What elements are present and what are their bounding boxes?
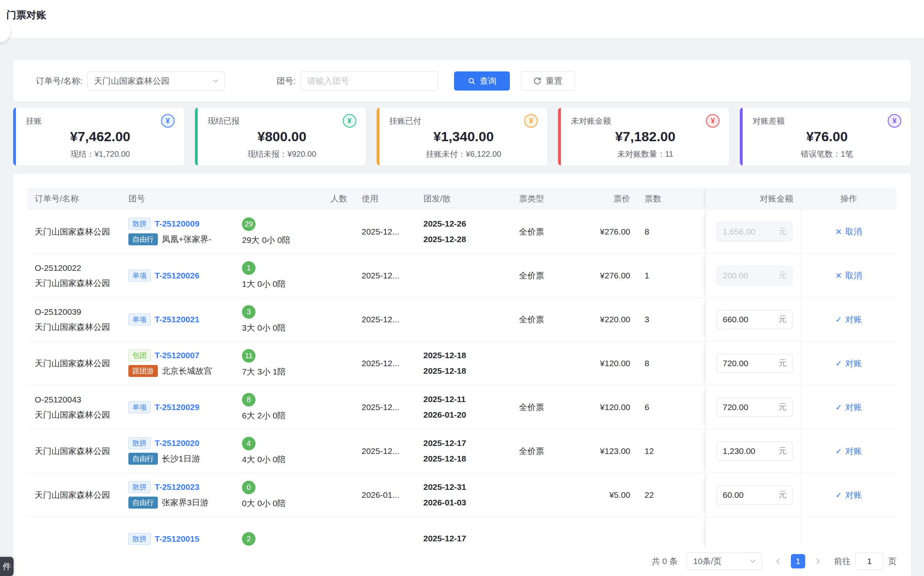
reconcile-action-link[interactable]: ✓对账 xyxy=(836,446,862,457)
order-name: 天门山国家森林公园 xyxy=(35,445,114,457)
stat-subtitle: 未对账数量：11 xyxy=(571,149,720,160)
goto-group: 前往 页 xyxy=(834,552,896,570)
stat-body: 现结已报¥¥800.00现结未报：¥920.00 xyxy=(195,108,366,160)
people-cell: 2929大 0小 0陪 xyxy=(235,210,354,253)
depart-date-cell: 2025-12-182025-12-18 xyxy=(416,341,512,385)
amount-unit-label: 元 xyxy=(779,358,786,369)
reconcile-action-link[interactable]: ✓对账 xyxy=(836,358,862,369)
goto-page-input[interactable] xyxy=(855,552,883,570)
stat-accent-bar xyxy=(740,108,743,166)
group-number-link[interactable]: T-25120020 xyxy=(155,438,199,448)
amount-input[interactable] xyxy=(723,359,776,368)
amount-input[interactable] xyxy=(723,490,776,500)
stat-accent-bar xyxy=(558,108,561,166)
table-row: 天门山国家森林公园包团T-25120007跟团游北京长城故宫117大 3小 1陪… xyxy=(28,341,896,385)
people-count-badge: 1 xyxy=(242,261,256,275)
reconcile-amount-cell: 元 xyxy=(705,298,801,341)
ticket-price-cell xyxy=(578,517,637,546)
group-number-link[interactable]: T-25120015 xyxy=(155,534,199,544)
reconcile-action-link[interactable]: ✓对账 xyxy=(836,489,862,501)
people-count-detail: 3大 0小 0陪 xyxy=(242,322,347,333)
group-number-link[interactable]: T-25120007 xyxy=(155,351,199,360)
ticket-price-cell: ¥276.00 xyxy=(578,254,637,297)
reconcile-action-link[interactable]: ✓对账 xyxy=(836,402,862,413)
reconcile-amount-field[interactable]: 元 xyxy=(717,442,792,461)
goto-suffix: 页 xyxy=(888,556,896,567)
stat-title: 现结已报 xyxy=(208,116,240,126)
reset-button[interactable]: 重置 xyxy=(521,71,575,91)
order-name: 天门山国家森林公园 xyxy=(35,409,114,420)
reconcile-amount-field[interactable]: 元 xyxy=(717,354,792,373)
amount-unit-label: 元 xyxy=(779,489,786,500)
amount-input[interactable] xyxy=(723,271,776,280)
filter-bar: 订单号/名称: 天门山国家森林公园 团号: 查询 重置 xyxy=(13,60,911,102)
cancel-action-link[interactable]: ✕取消 xyxy=(836,226,862,237)
next-page-button[interactable] xyxy=(811,554,825,568)
depart-date-cell xyxy=(416,254,512,297)
stat-card: 未对账金额¥¥7,182.00未对账数量：11 xyxy=(558,108,729,166)
action-label: 对账 xyxy=(845,489,862,501)
check-icon: ✓ xyxy=(836,316,842,324)
amount-input[interactable] xyxy=(723,227,776,237)
group-number-link[interactable]: T-25120021 xyxy=(155,315,199,324)
depart-date: 2025-12-18 xyxy=(423,349,505,361)
page-number-1[interactable]: 1 xyxy=(791,554,805,568)
group-number-input[interactable] xyxy=(301,71,438,91)
prev-page-button[interactable] xyxy=(771,554,785,568)
amount-input[interactable] xyxy=(723,402,776,412)
reconcile-amount-field[interactable]: 元 xyxy=(717,222,792,241)
return-date: 2026-01-20 xyxy=(423,409,505,421)
people-count-badge: 8 xyxy=(242,393,256,406)
stat-body: 对账差额¥¥76.00错误笔数：1笔 xyxy=(740,108,911,160)
yen-coin-icon: ¥ xyxy=(888,114,901,128)
amount-input[interactable] xyxy=(723,315,776,324)
table-body: 天门山国家森林公园散拼T-25120009自由行凤凰+张家界-2929大 0小 … xyxy=(28,210,896,546)
people-cell: 2 xyxy=(235,517,354,546)
use-date-cell: 2025-12... xyxy=(354,210,416,253)
cancel-action-link[interactable]: ✕取消 xyxy=(836,270,862,281)
group-cell: 散拼T-25120009自由行凤凰+张家界- xyxy=(121,210,235,253)
reconcile-action-link[interactable]: ✓对账 xyxy=(836,314,862,325)
floating-attachment-tag[interactable]: 件 xyxy=(0,557,14,576)
reconcile-amount-cell: 元 xyxy=(705,341,801,385)
ticket-type-cell xyxy=(512,341,578,385)
stat-accent-bar xyxy=(13,108,16,166)
category-tag: 散拼 xyxy=(128,533,151,545)
column-header: 对账金额 xyxy=(705,187,801,210)
reconcile-amount-field[interactable]: 元 xyxy=(717,485,792,505)
chevron-down-icon xyxy=(212,77,220,85)
action-cell xyxy=(801,517,896,546)
route-name: 长沙1日游 xyxy=(162,453,200,464)
reconcile-amount-field[interactable]: 元 xyxy=(717,398,792,417)
people-count-detail: 7大 3小 1陪 xyxy=(242,366,347,377)
depart-date: 2025-12-17 xyxy=(423,533,505,544)
table-row: O-25120043天门山国家森林公园单项T-2512002986大 2小 0陪… xyxy=(28,385,896,429)
amount-input[interactable] xyxy=(723,446,776,456)
order-cell: O-25120039天门山国家森林公园 xyxy=(28,298,121,341)
search-button[interactable]: 查询 xyxy=(454,71,510,91)
top-header-bar: 门票对账 xyxy=(0,0,924,38)
use-date-cell: 2025-12... xyxy=(354,254,416,297)
action-label: 对账 xyxy=(845,402,862,413)
order-name-select[interactable]: 天门山国家森林公园 xyxy=(87,71,225,91)
page-size-select[interactable]: 10条/页 xyxy=(686,552,762,570)
ticket-type-cell: 全价票 xyxy=(512,429,578,473)
reconcile-amount-field[interactable]: 元 xyxy=(717,310,792,329)
group-number-link[interactable]: T-25120029 xyxy=(155,402,199,412)
group-cell: 单项T-25120029 xyxy=(121,385,235,429)
yen-coin-icon: ¥ xyxy=(343,114,356,128)
order-cell: O-25120043天门山国家森林公园 xyxy=(28,385,121,429)
reconcile-amount-field[interactable]: 元 xyxy=(717,266,792,285)
group-number-link[interactable]: T-25120009 xyxy=(155,219,199,229)
group-number-link[interactable]: T-25120026 xyxy=(155,271,199,280)
stat-card: 挂账已付¥¥1,340.00挂账未付：¥6,122.00 xyxy=(377,108,548,166)
order-cell: 天门山国家森林公园 xyxy=(28,210,121,253)
column-header: 人数 xyxy=(235,187,354,210)
ticket-price-cell: ¥220.00 xyxy=(578,298,637,341)
group-number-link[interactable]: T-25120023 xyxy=(155,482,199,492)
content-area: 订单号/名称: 天门山国家森林公园 团号: 查询 重置 挂账¥¥7,462.00… xyxy=(0,38,924,576)
ticket-qty-cell: 22 xyxy=(637,473,705,517)
use-date-cell: 2025-12... xyxy=(354,341,416,385)
table-row: O-25120039天门山国家森林公园单项T-2512002133大 0小 0陪… xyxy=(28,298,896,341)
amount-unit-label: 元 xyxy=(779,270,786,281)
